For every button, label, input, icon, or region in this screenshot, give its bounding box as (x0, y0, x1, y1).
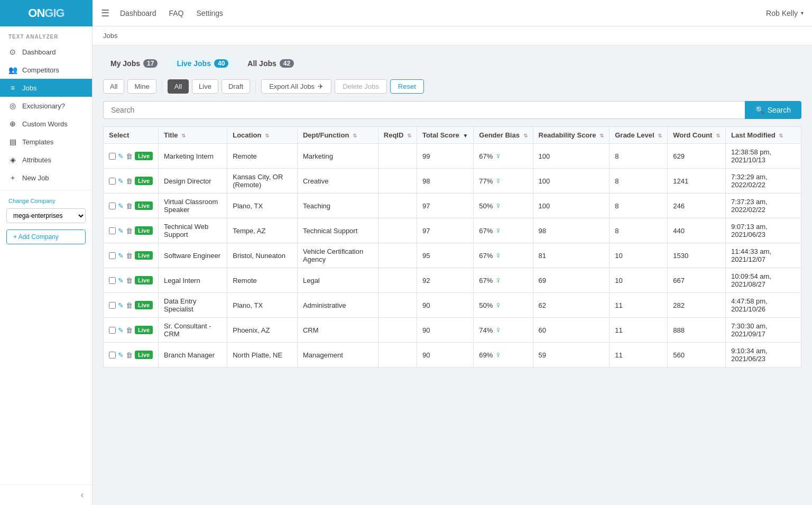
row-title: Legal Intern (159, 268, 227, 293)
person-icon: ♀ (495, 251, 501, 260)
row-checkbox[interactable] (109, 302, 116, 309)
tab-live-jobs[interactable]: Live Jobs 40 (169, 56, 236, 71)
col-dept[interactable]: Dept/Function ⇅ (297, 127, 378, 144)
row-word-count: 1241 (668, 169, 726, 194)
table-row: ✎ 🗑 Live Software Engineer Bristol, Nune… (104, 243, 801, 268)
sidebar-item-custom-words[interactable]: ⊕ Custom Words (0, 115, 92, 133)
filter-draft-btn[interactable]: Draft (222, 79, 250, 94)
row-checkbox[interactable] (109, 227, 116, 234)
filter-all-btn[interactable]: All (103, 79, 124, 94)
breadcrumb: Jobs (93, 26, 812, 45)
col-location[interactable]: Location ⇅ (227, 127, 298, 144)
reset-button[interactable]: Reset (390, 79, 424, 94)
delete-jobs-button[interactable]: Delete Jobs (335, 79, 387, 94)
row-total-score: 97 (417, 218, 473, 243)
col-grade[interactable]: Grade Level ⇅ (610, 127, 668, 144)
person-icon: ♀ (495, 151, 501, 161)
sidebar-collapse-button[interactable]: ‹ (0, 484, 92, 505)
row-checkbox[interactable] (109, 277, 116, 284)
edit-icon[interactable]: ✎ (118, 326, 124, 334)
sidebar-item-dashboard[interactable]: ⊙ Dashboard (0, 43, 92, 61)
status-badge: Live (135, 152, 153, 160)
row-dept: Management (297, 343, 378, 368)
tab-my-jobs[interactable]: My Jobs 17 (103, 56, 165, 71)
nav-settings[interactable]: Settings (197, 9, 224, 17)
row-readability: 69 (533, 268, 610, 293)
filter-all2-btn[interactable]: All (168, 79, 189, 94)
sidebar-item-competitors[interactable]: 👥 Competitors (0, 61, 92, 79)
templates-icon: ▤ (8, 137, 17, 146)
row-dept: Legal (297, 268, 378, 293)
edit-icon[interactable]: ✎ (118, 202, 124, 210)
filter-live-btn[interactable]: Live (192, 79, 218, 94)
col-total-score[interactable]: Total Score ▼ (417, 127, 473, 144)
trash-icon[interactable]: 🗑 (126, 301, 133, 309)
col-last-modified[interactable]: Last Modified ⇅ (726, 127, 801, 144)
nav-dashboard[interactable]: Dashboard (120, 9, 156, 17)
row-checkbox[interactable] (109, 327, 116, 334)
row-checkbox[interactable] (109, 153, 116, 160)
sidebar-label-exclusionary: Exclusionary? (22, 102, 65, 110)
col-select: Select (104, 127, 159, 144)
sidebar-item-jobs[interactable]: ≡ Jobs (0, 79, 92, 97)
row-reqid (378, 243, 417, 268)
search-input[interactable] (103, 101, 745, 119)
row-last-modified: 4:47:58 pm, 2021/10/26 (726, 293, 801, 318)
search-button[interactable]: 🔍 Search (745, 101, 801, 119)
change-company-link[interactable]: Change Company (0, 194, 92, 206)
hamburger-icon[interactable]: ☰ (101, 7, 109, 19)
row-word-count: 1530 (668, 243, 726, 268)
row-checkbox[interactable] (109, 203, 116, 209)
edit-icon[interactable]: ✎ (118, 227, 124, 235)
add-company-button[interactable]: + Add Company (6, 229, 86, 244)
row-select-cell: ✎ 🗑 Live (104, 268, 159, 293)
trash-icon[interactable]: 🗑 (126, 277, 133, 284)
trash-icon[interactable]: 🗑 (126, 152, 133, 160)
row-checkbox[interactable] (109, 252, 116, 259)
trash-icon[interactable]: 🗑 (126, 177, 133, 185)
row-location: Remote (227, 144, 298, 169)
job-tabs: My Jobs 17 Live Jobs 40 All Jobs 42 (103, 56, 801, 71)
logo-text: ONGIG (28, 6, 64, 20)
user-menu[interactable]: Rob Kelly ▾ (766, 9, 804, 17)
row-dept: Marketing (297, 144, 378, 169)
edit-icon[interactable]: ✎ (118, 351, 124, 359)
trash-icon[interactable]: 🗑 (126, 351, 133, 359)
trash-icon[interactable]: 🗑 (126, 252, 133, 260)
row-checkbox[interactable] (109, 352, 116, 359)
sidebar-item-attributes[interactable]: ◈ Attributes (0, 151, 92, 169)
company-select[interactable]: mega-enterprises (6, 208, 86, 223)
jobs-icon: ≡ (8, 84, 17, 92)
edit-icon[interactable]: ✎ (118, 277, 124, 284)
col-gender-bias[interactable]: Gender Bias ⇅ (474, 127, 533, 144)
row-reqid (378, 194, 417, 218)
col-word-count[interactable]: Word Count ⇅ (668, 127, 726, 144)
col-title[interactable]: Title ⇅ (159, 127, 227, 144)
row-location: Bristol, Nuneaton (227, 243, 298, 268)
sidebar-item-new-job[interactable]: + New Job (0, 169, 92, 187)
page-content: My Jobs 17 Live Jobs 40 All Jobs 42 All … (93, 45, 812, 505)
edit-icon[interactable]: ✎ (118, 301, 124, 309)
sidebar-item-templates[interactable]: ▤ Templates (0, 133, 92, 151)
filter-mine-btn[interactable]: Mine (127, 79, 156, 94)
dashboard-icon: ⊙ (8, 48, 17, 56)
tab-all-jobs[interactable]: All Jobs 42 (240, 56, 301, 71)
trash-icon[interactable]: 🗑 (126, 326, 133, 334)
edit-icon[interactable]: ✎ (118, 177, 124, 185)
row-grade: 8 (610, 144, 668, 169)
col-reqid[interactable]: ReqID ⇅ (378, 127, 417, 144)
edit-icon[interactable]: ✎ (118, 252, 124, 260)
row-gender-bias: 67% ♀ (474, 268, 533, 293)
trash-icon[interactable]: 🗑 (126, 227, 133, 235)
sidebar-item-exclusionary[interactable]: ◎ Exclusionary? (0, 97, 92, 115)
row-gender-bias: 69% ♀ (474, 343, 533, 368)
tab-all-jobs-label: All Jobs (247, 59, 276, 68)
col-readability[interactable]: Readability Score ⇅ (533, 127, 610, 144)
export-all-jobs-button[interactable]: Export All Jobs ✈ (261, 79, 331, 94)
row-readability: 62 (533, 293, 610, 318)
nav-faq[interactable]: FAQ (169, 9, 184, 17)
edit-icon[interactable]: ✎ (118, 152, 124, 160)
sidebar-label-competitors: Competitors (22, 66, 59, 74)
trash-icon[interactable]: 🗑 (126, 202, 133, 210)
row-checkbox[interactable] (109, 178, 116, 185)
